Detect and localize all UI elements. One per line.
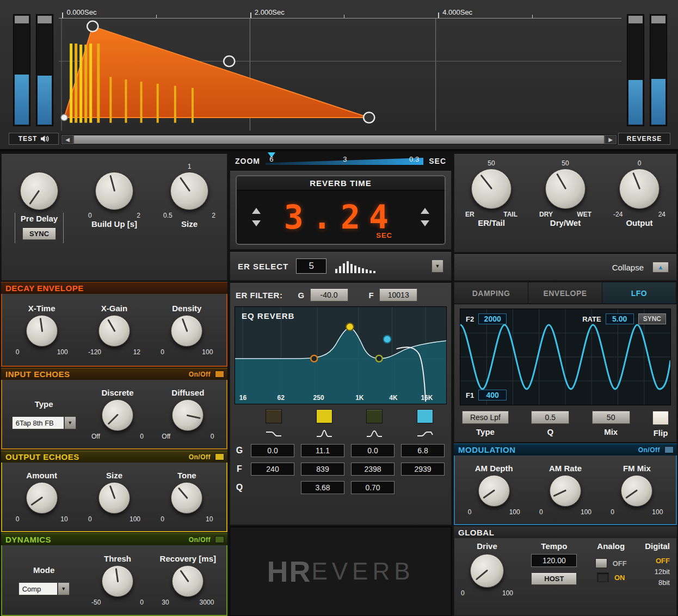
input-type-dropdown-button[interactable]: ▼ xyxy=(64,416,76,429)
band3-bell-icon[interactable] xyxy=(365,428,384,439)
lfo-rate-value[interactable]: 5.00 xyxy=(606,313,634,324)
reverb-time-value[interactable]: 3.24 xyxy=(284,198,398,236)
er-select-value[interactable]: 5 xyxy=(296,258,326,274)
band3-freq[interactable]: 2398 xyxy=(351,463,395,476)
am-depth-knob[interactable] xyxy=(478,475,510,507)
test-button[interactable]: TEST xyxy=(9,133,59,145)
eq-panel: ER FILTER: G -40.0 F 10013 EQ REVERB xyxy=(230,282,452,525)
reverb-time-stepper-right[interactable] xyxy=(421,208,429,226)
dynamics-mode-dropdown[interactable]: Comp ▼ xyxy=(19,582,70,595)
lfo-f1-value[interactable]: 400 xyxy=(478,390,507,401)
tab-damping[interactable]: DAMPING xyxy=(454,282,528,304)
eq-curve-area xyxy=(235,328,446,404)
band3-q[interactable]: 0.70 xyxy=(351,481,395,494)
band3-swatch[interactable] xyxy=(366,409,383,423)
analog-switch-off-position[interactable] xyxy=(595,558,607,568)
xtime-knob[interactable] xyxy=(26,315,58,347)
lfo-f2-value[interactable]: 2000 xyxy=(478,313,507,324)
output-size-knob[interactable] xyxy=(98,482,130,514)
scroll-right-button[interactable]: ▶ xyxy=(605,135,617,144)
input-echoes-onoff-toggle[interactable] xyxy=(215,371,224,378)
density-knob[interactable] xyxy=(171,315,202,347)
dynamics-mode-dropdown-button[interactable]: ▼ xyxy=(58,582,70,595)
fm-mix-knob[interactable] xyxy=(621,475,652,507)
band4-gain[interactable]: 6.8 xyxy=(401,444,445,457)
diffused-knob[interactable] xyxy=(172,399,204,431)
am-rate-knob[interactable] xyxy=(550,475,581,507)
band2-gain[interactable]: 11.1 xyxy=(301,444,344,457)
band1-swatch[interactable] xyxy=(266,409,282,423)
dynamics-mode-value[interactable]: Comp xyxy=(19,582,58,595)
reverb-time-up-icon[interactable] xyxy=(252,208,261,214)
tab-lfo[interactable]: LFO xyxy=(602,282,676,304)
reverse-button[interactable]: REVERSE xyxy=(618,133,670,145)
band2-bell-icon[interactable] xyxy=(315,428,334,439)
xgain-knob[interactable] xyxy=(98,315,130,347)
digital-option-off[interactable]: OFF xyxy=(656,557,670,565)
input-type-value[interactable]: 6Tap 8th FB xyxy=(12,416,64,429)
size-knob[interactable] xyxy=(170,172,208,210)
reverb-time-up-icon[interactable] xyxy=(421,208,429,214)
collapse-button[interactable]: ▲ xyxy=(652,262,669,273)
discrete-knob[interactable] xyxy=(102,399,133,431)
digital-option-8bit[interactable]: 8bit xyxy=(658,578,670,587)
zoom-slider[interactable]: 6 3 0.3 xyxy=(266,156,423,166)
lfo-f1-label: F1 xyxy=(466,391,474,399)
er-filter-gain-value[interactable]: -40.0 xyxy=(310,288,348,301)
predelay-sync-button[interactable]: SYNC xyxy=(22,227,56,240)
output-echoes-onoff-toggle[interactable] xyxy=(215,453,224,460)
filter-type-dropdown[interactable]: Reso Lpf xyxy=(462,411,509,424)
host-button[interactable]: HOST xyxy=(531,572,577,585)
filter-q-value[interactable]: 0.5 xyxy=(531,411,569,424)
band1-shelf-icon[interactable] xyxy=(264,428,283,439)
eq-band-shape-icons xyxy=(235,428,447,439)
filter-flip-button[interactable] xyxy=(652,411,669,425)
ertail-knob[interactable] xyxy=(471,169,511,209)
drywet-knob[interactable] xyxy=(545,169,585,209)
amount-knob[interactable] xyxy=(26,482,58,514)
digital-option-12bit[interactable]: 12bit xyxy=(655,568,670,576)
reverb-time-down-icon[interactable] xyxy=(252,220,261,226)
envelope-graph[interactable] xyxy=(59,19,621,131)
modulation-onoff-label: On/Off xyxy=(638,446,660,454)
modulation-header: MODULATION xyxy=(458,445,516,454)
envelope-editor[interactable]: 0.000Sec 2.000Sec 4.000Sec xyxy=(59,7,621,131)
band1-gain[interactable]: 0.0 xyxy=(251,444,294,457)
envelope-scrollbar[interactable]: ◀ ▶ xyxy=(61,134,617,145)
drive-knob[interactable] xyxy=(470,554,504,588)
band2-freq[interactable]: 839 xyxy=(301,463,344,476)
buildup-knob[interactable] xyxy=(95,172,133,210)
recovery-knob[interactable] xyxy=(172,565,204,597)
band4-swatch[interactable] xyxy=(417,409,433,423)
band1-freq[interactable]: 240 xyxy=(251,463,294,476)
reverb-time-title: REVERB TIME xyxy=(237,176,445,190)
modulation-onoff-toggle[interactable] xyxy=(664,446,674,453)
tempo-value[interactable]: 120.00 xyxy=(531,554,577,567)
meter-left-2 xyxy=(36,14,53,126)
lfo-sync-button[interactable]: SYNC xyxy=(638,313,666,324)
er-filter-freq-value[interactable]: 10013 xyxy=(379,288,417,301)
band2-q[interactable]: 3.68 xyxy=(301,481,344,494)
input-type-dropdown[interactable]: 6Tap 8th FB ▼ xyxy=(12,416,76,429)
band3-gain[interactable]: 0.0 xyxy=(351,444,395,457)
output-knob[interactable] xyxy=(619,169,659,209)
predelay-knob[interactable] xyxy=(20,172,58,210)
scroll-left-button[interactable]: ◀ xyxy=(61,135,73,144)
band2-swatch[interactable] xyxy=(316,409,332,423)
reverb-time-down-icon[interactable] xyxy=(421,220,429,226)
eq-graph[interactable]: EQ REVERB 16 62 xyxy=(235,306,447,404)
filter-mix-value[interactable]: 50 xyxy=(592,411,630,424)
analog-switch-on-position[interactable] xyxy=(597,572,609,582)
er-select-dropdown-button[interactable]: ▼ xyxy=(432,260,443,273)
tone-knob[interactable] xyxy=(171,482,202,514)
dynamics-onoff-toggle[interactable] xyxy=(215,536,224,543)
attack-start-handle xyxy=(61,114,67,120)
thresh-knob[interactable] xyxy=(102,565,133,597)
band4-freq[interactable]: 2939 xyxy=(401,463,445,476)
mix-knobs-panel: 50 ERTAIL ER/Tail 50 DRYWET Dry/Wet 0 -2… xyxy=(454,153,677,252)
band4-shelf-icon[interactable] xyxy=(416,428,434,439)
freq-label-250: 250 xyxy=(313,394,324,402)
reverb-time-stepper-left[interactable] xyxy=(252,208,261,226)
scrollbar-thumb[interactable] xyxy=(73,135,605,144)
tab-envelope[interactable]: ENVELOPE xyxy=(528,282,602,304)
